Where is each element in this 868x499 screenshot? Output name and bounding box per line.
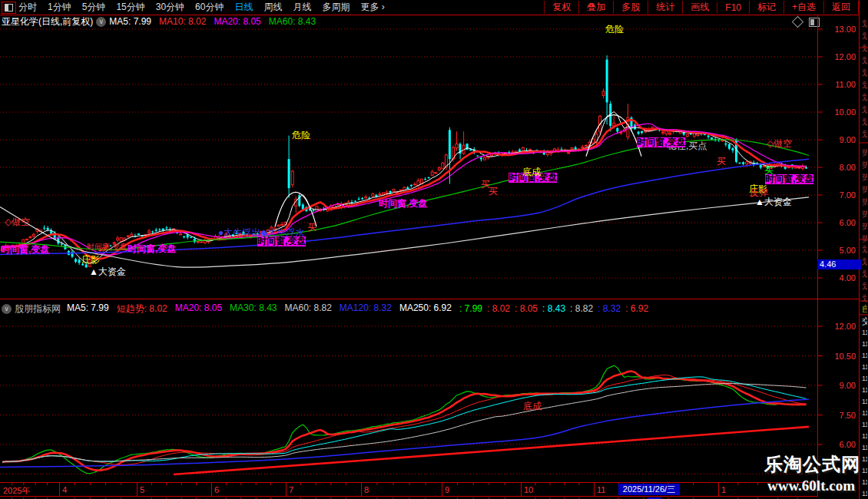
tdx-window: 分时1分钟5分钟15分钟30分钟60分钟日线周线月线多周期更多 › 复权叠加多股… xyxy=(0,0,868,499)
price-label: 6.00 xyxy=(819,440,856,449)
chart-annotation: 买 xyxy=(489,187,498,197)
chart-annotation: 时间窗,变盘 xyxy=(87,243,128,252)
chart-annotation: 买 xyxy=(307,223,316,233)
chart-annotation: ▲大资金 xyxy=(755,197,792,207)
right-strip-glyph: 11 xyxy=(862,398,867,405)
chart-annotation: ◇做空 xyxy=(5,217,30,227)
axis-month-label: 8 xyxy=(364,485,369,494)
right-strip-glyph: 交 xyxy=(862,316,867,327)
chart-annotation: 时间窗,变盘 xyxy=(379,199,427,209)
selected-date-badge: 2025/11/26/三 xyxy=(618,484,680,495)
watermark-line1: 乐淘公式网 xyxy=(764,452,860,477)
chart-annotation: ◇做空 xyxy=(767,139,792,149)
right-strip-glyph: 划 xyxy=(862,55,867,67)
right-strip-glyph: 划 xyxy=(862,117,867,128)
right-strip-glyph: 11 xyxy=(862,409,867,417)
price-label: 7.50 xyxy=(819,411,856,420)
right-strip-glyph: 11 xyxy=(862,340,867,348)
right-strip-glyph: 划 xyxy=(862,68,867,79)
axis-month-label: 7 xyxy=(289,485,293,494)
right-strip-glyph: 11 xyxy=(862,375,867,382)
right-strip-glyph: 11 xyxy=(862,329,867,336)
right-strip-glyph: 11 xyxy=(862,421,867,428)
right-strip-glyph: 划 xyxy=(862,281,867,292)
chart-annotation: 买 xyxy=(717,157,726,167)
chart-annotation: 庄影 xyxy=(81,255,100,265)
watermark-line2: www.60lt.com xyxy=(767,478,855,494)
axis-month-label: 10 xyxy=(524,485,533,494)
right-strip-glyph: 划 xyxy=(862,80,867,91)
chart-annotation: 时间窗,变盘 xyxy=(128,244,176,254)
right-strip-glyph: 11 xyxy=(862,478,867,486)
right-strip-glyph: 势 xyxy=(862,233,867,245)
price-label: 9.00 xyxy=(819,381,856,390)
chart-annotation: 时间窗,变盘 xyxy=(637,137,685,147)
right-strip-glyph: 划 xyxy=(862,269,867,280)
right-strip-glyph: 11 xyxy=(862,444,867,451)
price-label: 9.00 xyxy=(819,135,856,144)
axis-month-label: 6 xyxy=(214,485,219,494)
right-strip-glyph: 划 xyxy=(862,18,867,30)
right-strip-glyph: 势 xyxy=(862,147,867,159)
right-strip-glyph: 划 xyxy=(862,244,867,256)
chart-annotation: 危险 xyxy=(292,131,310,140)
right-strip-glyph: 11 xyxy=(862,386,867,394)
chart-annotation: 底成 xyxy=(522,167,541,177)
price-label: 5.00 xyxy=(819,246,856,255)
selected-price-badge: 4.46 xyxy=(817,259,861,269)
chart-annotation: 时间窗,变盘 xyxy=(1,245,49,255)
right-strip-glyph: 划 xyxy=(862,92,867,104)
price-label: 12.00 xyxy=(819,52,856,61)
price-label: 4.00 xyxy=(819,273,856,283)
price-label: 8.00 xyxy=(819,163,856,172)
right-strip-glyph: 11 xyxy=(862,455,867,463)
price-label: 6.00 xyxy=(819,218,856,227)
right-strip-glyph: 势 xyxy=(862,172,867,183)
price-label: 10.50 xyxy=(819,352,856,361)
right-strip-glyph: 11 xyxy=(862,352,867,359)
right-strip-glyph: 划 xyxy=(862,43,867,55)
right-strip-glyph: 11 xyxy=(862,490,867,497)
chart-annotation: 时间窗,变盘 xyxy=(257,236,306,246)
axis-month-label: 11 xyxy=(597,485,605,494)
axis-month-label: 9 xyxy=(445,485,449,494)
right-strip-glyph: 划 xyxy=(862,256,867,268)
chart-annotation: 底成 xyxy=(523,402,542,411)
right-strip-glyph: 势 xyxy=(862,221,867,233)
price-label: 10.00 xyxy=(819,107,856,117)
price-label: 13.00 xyxy=(819,25,856,34)
chart-annotation: ●大牛浮出 xyxy=(218,228,260,238)
axis-month-label: 4 xyxy=(62,485,67,494)
right-strip-glyph: 势 xyxy=(862,160,867,171)
right-strip-glyph: 11 xyxy=(862,432,867,440)
price-label: 7.00 xyxy=(819,190,856,200)
right-strip-glyph: 势 xyxy=(862,209,867,220)
price-label: 11.00 xyxy=(819,80,856,89)
axis-month-label: 5 xyxy=(140,485,144,494)
axis-year-label: 2025年 xyxy=(3,485,30,497)
right-strip-glyph: 划 xyxy=(862,31,867,42)
chart-annotation: ▲大资金 xyxy=(89,267,126,277)
price-label: 12.00 xyxy=(819,322,856,331)
chart-annotation: 危险 xyxy=(605,25,624,35)
right-strip-glyph: 自 xyxy=(862,303,867,315)
axis-month-label: 1 xyxy=(721,485,726,494)
right-strip-glyph: 11 xyxy=(862,467,867,474)
right-strip-glyph: 势 xyxy=(862,197,867,208)
chart-annotation: 时间窗,变盘 xyxy=(765,174,813,184)
right-strip-glyph: 划 xyxy=(862,104,867,116)
right-strip-glyph: 11 xyxy=(862,363,867,371)
right-strip-glyph: 势 xyxy=(862,184,867,196)
right-strip-glyph: 划 xyxy=(862,129,867,140)
